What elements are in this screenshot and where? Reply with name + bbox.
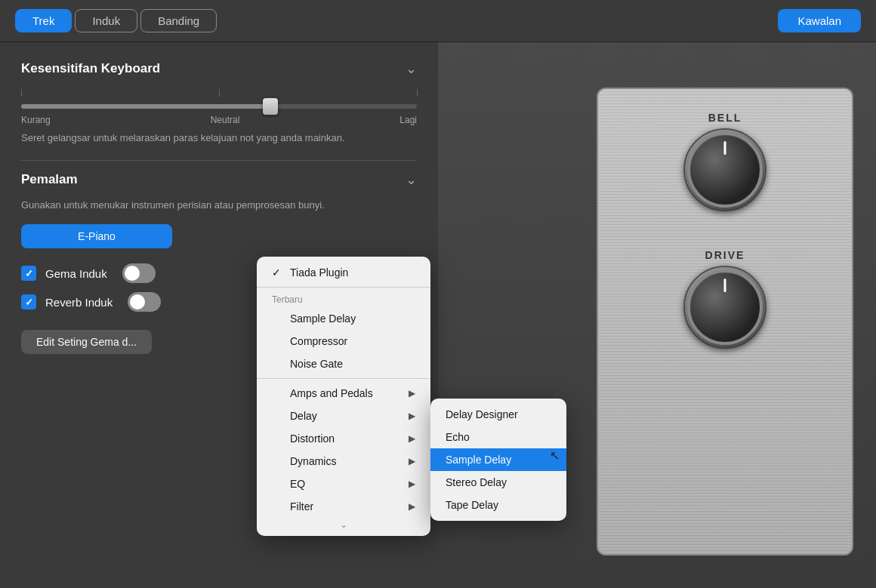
divider-1 xyxy=(21,160,417,161)
reverb-induk-toggle[interactable] xyxy=(128,292,161,312)
dropdown-overlay: ✓ Tiada Plugin Terbaru Sample Delay Comp… xyxy=(257,257,430,536)
primary-menu: ✓ Tiada Plugin Terbaru Sample Delay Comp… xyxy=(257,257,430,536)
bell-knob-label: BELL xyxy=(708,112,742,124)
gema-induk-toggle[interactable] xyxy=(122,263,156,283)
slider-ticks xyxy=(21,88,417,98)
submenu-item-delay-designer[interactable]: Delay Designer xyxy=(430,403,566,426)
slider-labels: Kurang Neutral Lagi xyxy=(21,115,417,125)
keyboard-slider-container: Kurang Neutral Lagi xyxy=(21,88,417,125)
menu-item-noise-gate[interactable]: Noise Gate xyxy=(257,352,430,375)
menu-section-terbaru: Terbaru xyxy=(257,291,430,307)
reverb-induk-checkbox[interactable] xyxy=(21,294,36,309)
keyboard-section-header: Kesensitifan Keyboard ⌄ xyxy=(21,60,417,77)
drive-knob-label: DRIVE xyxy=(705,249,745,261)
slider-label-right: Lagi xyxy=(399,115,417,125)
menu-item-amps-pedals[interactable]: Amps and Pedals ▶ xyxy=(257,382,430,405)
menu-separator-2 xyxy=(257,378,430,379)
tab-banding[interactable]: Banding xyxy=(140,9,217,32)
filter-arrow-icon: ▶ xyxy=(409,501,415,512)
distortion-arrow-icon: ▶ xyxy=(409,433,415,444)
delay-arrow-icon: ▶ xyxy=(409,411,415,421)
gema-induk-checkbox[interactable] xyxy=(21,266,36,281)
menu-item-dynamics[interactable]: Dynamics ▶ xyxy=(257,450,430,473)
top-bar: Trek Induk Banding Kawalan xyxy=(0,0,876,42)
menu-item-distortion[interactable]: Distortion ▶ xyxy=(257,427,430,450)
plugin-select-button[interactable]: E-Piano xyxy=(21,224,172,248)
pemalam-description: Gunakan untuk menukar instrumen perisian… xyxy=(21,199,417,212)
submenu-item-stereo-delay[interactable]: Stereo Delay xyxy=(430,471,566,494)
slider-label-center: Neutral xyxy=(211,115,240,125)
tab-induk[interactable]: Induk xyxy=(75,9,137,32)
menu-item-compressor[interactable]: Compressor xyxy=(257,330,430,352)
amp-body: BELL DRIVE xyxy=(597,88,853,556)
dynamics-arrow-icon: ▶ xyxy=(409,456,415,466)
pemalam-section-title: Pemalam xyxy=(21,172,78,187)
bell-knob[interactable] xyxy=(687,132,763,208)
plugin-btn-area: E-Piano xyxy=(21,224,417,248)
bell-knob-group: BELL xyxy=(683,112,766,211)
checkmark-icon: ✓ xyxy=(272,266,284,279)
submenu-item-tape-delay[interactable]: Tape Delay xyxy=(430,494,566,516)
reverb-induk-label: Reverb Induk xyxy=(45,296,113,309)
gema-induk-label: Gema Induk xyxy=(45,267,107,280)
keyboard-chevron-icon[interactable]: ⌄ xyxy=(406,60,417,77)
kawalan-button[interactable]: Kawalan xyxy=(778,9,861,32)
menu-separator-1 xyxy=(257,287,430,288)
amps-pedals-arrow-icon: ▶ xyxy=(409,388,415,399)
delay-submenu: Delay Designer Echo Sample Delay Stereo … xyxy=(430,399,566,521)
tab-trek[interactable]: Trek xyxy=(15,9,72,32)
tiada-plugin-label: Tiada Plugin xyxy=(290,266,415,279)
drive-knob[interactable] xyxy=(687,269,763,345)
pemalam-chevron-icon[interactable]: ⌄ xyxy=(406,171,417,188)
menu-item-sample-delay-recent[interactable]: Sample Delay xyxy=(257,307,430,330)
drive-knob-group: DRIVE xyxy=(683,249,766,349)
eq-arrow-icon: ▶ xyxy=(409,479,415,489)
slider-label-left: Kurang xyxy=(21,115,51,125)
keyboard-section-title: Kesensitifan Keyboard xyxy=(21,61,160,76)
menu-scroll-down[interactable]: ⌄ xyxy=(257,518,430,531)
submenu-item-echo[interactable]: Echo xyxy=(430,426,566,448)
menu-item-tiada-plugin[interactable]: ✓ Tiada Plugin xyxy=(257,261,430,284)
submenu-item-sample-delay[interactable]: Sample Delay xyxy=(430,448,566,471)
menu-item-delay[interactable]: Delay ▶ xyxy=(257,405,430,427)
keyboard-slider-track[interactable] xyxy=(21,104,417,109)
bell-knob-ring[interactable] xyxy=(683,128,766,211)
edit-seting-button[interactable]: Edit Seting Gema d... xyxy=(21,330,152,354)
pemalam-section-header: Pemalam ⌄ xyxy=(21,171,417,188)
menu-item-filter[interactable]: Filter ▶ xyxy=(257,495,430,518)
tab-group: Trek Induk Banding xyxy=(15,9,217,32)
keyboard-description: Seret gelangsar untuk melaraskan paras k… xyxy=(21,131,417,145)
drive-knob-ring[interactable] xyxy=(683,266,766,349)
menu-item-eq[interactable]: EQ ▶ xyxy=(257,473,430,495)
